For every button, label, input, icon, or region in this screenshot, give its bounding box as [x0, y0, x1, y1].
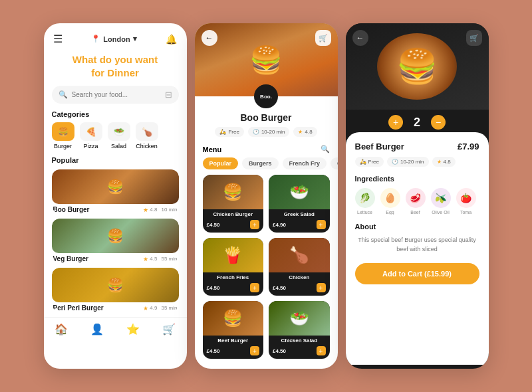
food-time-1: 10 min: [161, 207, 177, 213]
quantity-display: 2: [414, 116, 420, 130]
tab-french-fry[interactable]: French Fry: [283, 157, 327, 169]
menu-icon[interactable]: ☰: [53, 33, 63, 45]
product-price: £7.99: [458, 142, 479, 151]
ingredients-list: 🥬 Lettuce 🥚 Egg 🥩 Beef 🫒 Olive Oil 🍅: [355, 188, 479, 215]
tab-burgers[interactable]: Burgers: [242, 157, 279, 169]
restaurant-name: Boo Burger: [195, 112, 338, 127]
menu-item-beef-burger[interactable]: 🍔 Beef Burger £4.50 +: [203, 301, 264, 359]
product-content: Beef Burger £7.99 🛵 Free 🕐 10-20 min ★ 4…: [346, 132, 489, 365]
bell-icon[interactable]: 🔔: [166, 34, 177, 45]
product-image: 🍔: [377, 33, 457, 100]
ingredient-tomato: 🍅 Toma: [456, 188, 476, 215]
chicken-add-btn[interactable]: +: [317, 283, 326, 292]
menu-header: Menu 🔍: [195, 142, 338, 157]
restaurant-hero: 🍔 ← 🛒 Boo.: [195, 23, 338, 96]
french-fries-price: £4.50: [207, 285, 220, 291]
cart-button[interactable]: 🛒: [466, 30, 482, 46]
menu-label: Menu: [203, 146, 222, 153]
beef-burger-image: 🍔: [203, 301, 264, 336]
chicken-burger-add-btn[interactable]: +: [250, 220, 259, 229]
food-name-1: Boo Burger: [53, 206, 90, 213]
favorites-nav-icon[interactable]: ⭐: [126, 323, 140, 336]
search-input[interactable]: [72, 91, 161, 98]
about-label: About: [355, 223, 479, 231]
greek-salad-price: £4.90: [273, 222, 286, 228]
menu-item-french-fries[interactable]: 🍟 French Fries £4.50 +: [203, 238, 264, 296]
cart-button[interactable]: 🛒: [315, 30, 331, 46]
chicken-salad-image: 🥗: [269, 301, 330, 336]
rating-badge: ★ 4.8: [293, 127, 317, 137]
burger-label: Burger: [54, 143, 72, 149]
food-meta-1: ★ 4.8 10 min: [143, 207, 177, 213]
tomato-label: Toma: [460, 210, 471, 215]
food-card-3[interactable]: 🍔 Peri Peri Burger ★ 4.9 35 min: [52, 268, 179, 312]
quantity-decrease-btn[interactable]: +: [388, 115, 403, 130]
star-icon: ★: [143, 256, 148, 262]
category-burger[interactable]: 🍔 Burger: [52, 122, 74, 149]
beef-label: Beef: [410, 210, 420, 215]
bottom-nav: 🏠 👤 ⭐ 🛒: [44, 317, 187, 342]
chicken-salad-name: Chicken Salad: [269, 336, 330, 345]
greek-salad-image: 🥗: [269, 175, 330, 209]
tab-popular[interactable]: Popular: [203, 157, 239, 169]
chicken-salad-add-btn[interactable]: +: [317, 346, 326, 355]
french-fries-add-btn[interactable]: +: [250, 283, 259, 292]
food-name-3: Peri Peri Burger: [53, 304, 104, 312]
food-time-3: 35 min: [161, 305, 177, 311]
menu-grid: 🍔 Chicken Burger £4.50 + 🥗 Greek Salad £…: [195, 175, 338, 359]
greek-salad-add-btn[interactable]: +: [317, 220, 326, 229]
product-name-row: Beef Burger £7.99: [355, 142, 479, 151]
back-button[interactable]: ←: [201, 30, 217, 46]
burger-category-icon: 🍔: [52, 122, 74, 141]
tab-chicken[interactable]: Chicken: [331, 157, 337, 169]
food-card-2[interactable]: 🍔 Veg Burger ★ 4.5 55 min: [52, 219, 179, 262]
egg-icon: 🥚: [380, 188, 400, 208]
rating-label: 4.8: [305, 129, 312, 135]
food-card-1[interactable]: 🍔 Boo Burger ★ 4.8 10 min: [52, 169, 179, 213]
chicken-salad-price-row: £4.50 +: [269, 345, 330, 359]
delivery-icon: 🛵: [219, 129, 226, 135]
chicken-burger-price: £4.50: [207, 222, 220, 228]
category-pizza[interactable]: 🍕 Pizza: [80, 122, 102, 149]
food-info-1: Boo Burger ★ 4.8 10 min: [52, 204, 179, 213]
quantity-increase-btn[interactable]: −: [431, 115, 446, 130]
menu-search-icon[interactable]: 🔍: [321, 145, 330, 153]
about-text: This special beef Burger uses special qu…: [355, 236, 479, 254]
beef-burger-add-btn[interactable]: +: [250, 346, 259, 355]
food-rating-2: 4.5: [150, 256, 157, 262]
tomato-icon: 🍅: [456, 188, 476, 208]
location-label: London: [103, 35, 130, 43]
menu-item-chicken-burger[interactable]: 🍔 Chicken Burger £4.50 +: [203, 175, 264, 233]
back-button[interactable]: ←: [352, 30, 368, 46]
time-label: 10-20 min: [261, 129, 285, 135]
clock-icon: 🕐: [253, 129, 259, 135]
menu-item-greek-salad[interactable]: 🥗 Greek Salad £4.90 +: [269, 175, 330, 233]
pizza-category-icon: 🍕: [80, 122, 102, 141]
cart-nav-icon[interactable]: 🛒: [162, 323, 176, 336]
location-pin-icon: 📍: [91, 35, 100, 43]
filter-icon[interactable]: ⊟: [165, 90, 172, 100]
page-title: What do you want for Dinner: [44, 49, 187, 86]
free-delivery-badge: 🛵 Free: [355, 157, 384, 167]
add-to-cart-button[interactable]: Add to Cart (£15.99): [355, 263, 479, 284]
profile-nav-icon[interactable]: 👤: [90, 323, 104, 336]
free-label: Free: [228, 129, 239, 135]
free-delivery-badge: 🛵 Free: [215, 127, 243, 137]
menu-item-chicken-salad[interactable]: 🥗 Chicken Salad £4.50 +: [269, 301, 330, 359]
home-nav-icon[interactable]: 🏠: [55, 323, 68, 336]
category-chicken[interactable]: 🍗 Chicken: [136, 122, 158, 149]
food-image-1: 🍔: [52, 169, 179, 204]
menu-item-chicken[interactable]: 🍗 Chicken £4.50 +: [269, 238, 330, 296]
category-salad[interactable]: 🥗 Salad: [108, 122, 130, 149]
beef-burger-name: Beef Burger: [203, 336, 264, 345]
free-text: Free: [368, 159, 379, 165]
search-bar[interactable]: 🔍 ⊟: [52, 86, 179, 104]
chicken-price-row: £4.50 +: [269, 282, 330, 296]
restaurant-logo: Boo.: [254, 84, 278, 108]
location-selector[interactable]: 📍 London ▾: [91, 35, 136, 43]
screen2-restaurant: 🍔 ← 🛒 Boo. Boo Burger 🛵 Free 🕐 10-20 min…: [195, 23, 338, 369]
food-info-2: Veg Burger ★ 4.5 55 min: [52, 253, 179, 262]
chicken-name: Chicken: [269, 272, 330, 282]
food-rating-3: 4.9: [150, 305, 157, 311]
star-icon: ★: [437, 159, 442, 165]
